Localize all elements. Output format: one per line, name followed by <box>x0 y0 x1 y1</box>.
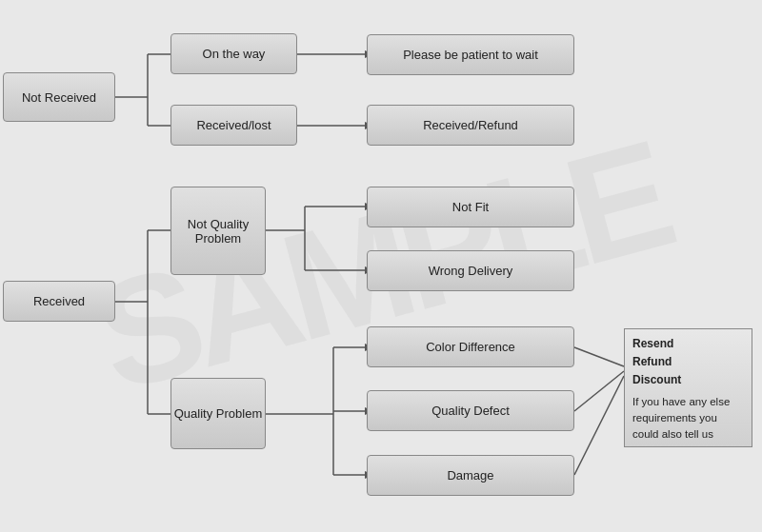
quality-problem-label: Quality Problem <box>174 406 262 421</box>
callout-refund: Refund <box>632 353 744 371</box>
quality-defect-label: Quality Defect <box>431 404 510 418</box>
color-difference-label: Color Difference <box>426 340 515 354</box>
not-quality-problem-label: Not Quality Problem <box>171 217 265 246</box>
not-fit-box: Not Fit <box>367 187 574 227</box>
callout-note: If you have any else requirements you co… <box>632 394 744 443</box>
callout-discount: Discount <box>632 371 744 389</box>
not-received-label: Not Received <box>22 90 96 105</box>
svg-line-28 <box>574 376 624 475</box>
callout-box: Resend Refund Discount If you have any e… <box>624 328 752 447</box>
callout-options: Resend Refund Discount <box>632 335 744 390</box>
not-fit-label: Not Fit <box>452 200 489 214</box>
on-the-way-box: On the way <box>170 33 297 74</box>
wrong-delivery-label: Wrong Delivery <box>429 264 513 278</box>
color-difference-box: Color Difference <box>367 326 574 367</box>
svg-line-26 <box>574 347 624 366</box>
damage-box: Damage <box>367 455 574 496</box>
not-quality-problem-box: Not Quality Problem <box>170 187 266 275</box>
callout-resend: Resend <box>632 335 744 353</box>
received-lost-label: Received/lost <box>196 118 271 132</box>
received-refund-label: Received/Refund <box>423 118 518 132</box>
wrong-delivery-box: Wrong Delivery <box>367 250 574 291</box>
on-the-way-label: On the way <box>203 47 266 61</box>
received-box: Received <box>3 281 115 322</box>
svg-line-27 <box>574 371 624 411</box>
please-be-patient-label: Please be patient to wait <box>403 48 538 62</box>
received-label: Received <box>33 294 85 308</box>
received-lost-box: Received/lost <box>170 105 297 146</box>
received-refund-box: Received/Refund <box>367 105 574 146</box>
please-be-patient-box: Please be patient to wait <box>367 34 574 75</box>
quality-problem-box: Quality Problem <box>170 378 266 449</box>
not-received-box: Not Received <box>3 72 115 122</box>
quality-defect-box: Quality Defect <box>367 390 574 431</box>
diagram: Not Received On the way Received/lost Pl… <box>0 0 762 532</box>
damage-label: Damage <box>447 468 493 483</box>
